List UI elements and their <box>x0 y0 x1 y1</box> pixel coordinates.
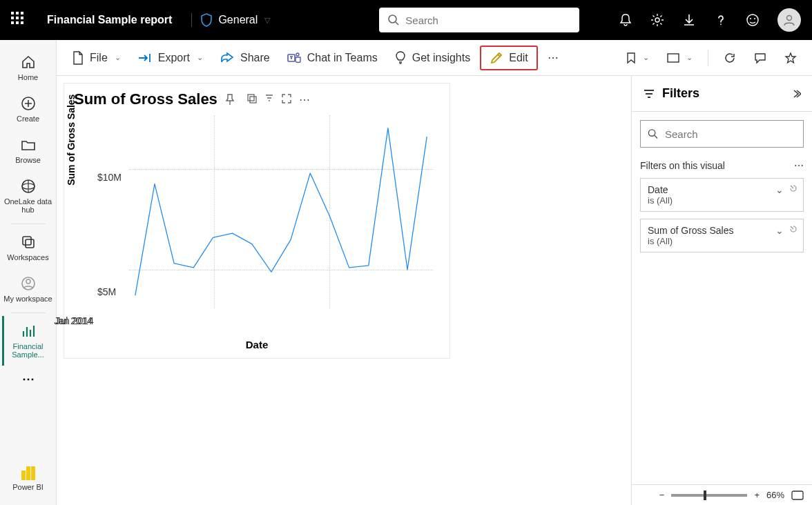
pin-icon[interactable] <box>224 93 235 106</box>
refresh-button[interactable] <box>717 48 743 68</box>
nav-onelake[interactable]: OneLake data hub <box>3 171 53 221</box>
account-avatar[interactable] <box>777 8 801 32</box>
filter-value: is (All) <box>648 236 796 246</box>
nav-create[interactable]: Create <box>3 88 53 130</box>
nav-label: Create <box>17 115 39 123</box>
nav-home[interactable]: Home <box>3 47 53 88</box>
zoom-level: 66% <box>766 490 784 500</box>
refresh-icon <box>724 52 736 64</box>
more-icon[interactable]: ⋯ <box>299 93 310 106</box>
app-launcher-icon[interactable] <box>11 12 28 28</box>
nav-label: Browse <box>15 156 41 164</box>
global-search[interactable] <box>379 8 579 32</box>
plot-area <box>129 115 433 308</box>
svg-rect-18 <box>250 97 256 103</box>
svg-point-15 <box>296 53 299 56</box>
search-icon <box>387 14 400 26</box>
edit-label: Edit <box>509 52 528 64</box>
notifications-icon[interactable] <box>619 13 632 27</box>
download-icon[interactable] <box>682 13 696 27</box>
export-icon <box>137 52 153 64</box>
nav-separator <box>11 313 46 313</box>
svg-point-5 <box>754 18 755 19</box>
chevron-down-icon: ⌄ <box>643 53 649 62</box>
filter-search[interactable] <box>640 120 804 148</box>
toolbar: File ⌄ Export ⌄ Share Chat in Teams Get … <box>57 40 812 76</box>
search-icon <box>648 128 658 139</box>
report-canvas[interactable]: Sum of Gross Sales ⋯ Sum of Gross Sales … <box>57 76 631 505</box>
report-title: Financial Sample report <box>39 14 180 26</box>
view-icon <box>667 53 679 63</box>
nav-label: Workspaces <box>7 253 48 261</box>
myworkspace-icon <box>20 275 37 292</box>
left-nav: Home Create Browse OneLake data hub Work… <box>0 40 57 505</box>
filter-value: is (All) <box>648 195 796 206</box>
nav-current-report[interactable]: Financial Sample... <box>2 316 52 366</box>
nav-myworkspace[interactable]: My workspace <box>3 268 53 310</box>
nav-workspaces[interactable]: Workspaces <box>3 227 53 268</box>
filter-card-gross-sales[interactable]: Sum of Gross Sales is (All) ⌄ <box>640 219 804 253</box>
collapse-icon[interactable] <box>791 89 801 99</box>
nav-label: My workspace <box>3 295 52 303</box>
svg-rect-10 <box>23 237 31 245</box>
share-icon <box>220 52 235 64</box>
svg-rect-11 <box>26 239 34 248</box>
help-icon[interactable] <box>714 13 728 27</box>
zoom-in[interactable]: + <box>754 490 760 500</box>
chevron-down-icon: ▽ <box>264 16 270 25</box>
fit-page-icon[interactable] <box>791 491 804 500</box>
export-menu[interactable]: Export ⌄ <box>130 48 210 68</box>
edit-button[interactable]: Edit <box>480 46 538 70</box>
chat-teams-button[interactable]: Chat in Teams <box>280 47 385 69</box>
zoom-out[interactable]: − <box>659 490 665 500</box>
svg-point-4 <box>750 18 751 19</box>
comment-button[interactable] <box>747 48 773 68</box>
nav-more[interactable]: ⋯ <box>17 366 40 392</box>
filter-icon[interactable] <box>264 93 274 106</box>
star-icon <box>784 52 797 64</box>
view-dropdown[interactable]: ⌄ <box>660 49 699 67</box>
line-series <box>129 115 433 308</box>
settings-icon[interactable] <box>650 13 664 27</box>
svg-point-3 <box>747 14 758 26</box>
pencil-icon <box>490 51 503 65</box>
clear-icon[interactable] <box>789 184 798 195</box>
line-chart-visual[interactable]: Sum of Gross Sales ⋯ Sum of Gross Sales … <box>64 83 450 359</box>
filter-card-date[interactable]: Date is (All) ⌄ <box>640 178 804 212</box>
expand-icon[interactable]: ⌄ <box>775 225 784 236</box>
expand-icon[interactable]: ⌄ <box>775 184 784 195</box>
focus-icon[interactable] <box>281 93 292 106</box>
workspaces-icon <box>20 234 37 250</box>
folder-icon <box>20 137 37 153</box>
file-menu[interactable]: File ⌄ <box>65 46 128 70</box>
visual-header: Sum of Gross Sales ⋯ <box>74 90 440 108</box>
share-label: Share <box>240 52 270 64</box>
home-icon <box>20 54 37 70</box>
nav-browse[interactable]: Browse <box>3 130 53 171</box>
filter-name: Date <box>648 184 796 195</box>
svg-line-20 <box>655 135 657 138</box>
toolbar-right: ⌄ ⌄ <box>619 48 804 68</box>
insights-button[interactable]: Get insights <box>387 46 477 70</box>
clear-icon[interactable] <box>789 225 798 236</box>
filter-search-input[interactable] <box>665 128 796 140</box>
teams-icon <box>287 51 302 65</box>
feedback-icon[interactable] <box>746 13 760 27</box>
report-icon <box>20 323 37 339</box>
bookmark-dropdown[interactable]: ⌄ <box>619 48 656 68</box>
powerbi-icon <box>21 462 35 480</box>
create-icon <box>20 95 37 112</box>
favorite-button[interactable] <box>777 48 804 68</box>
comment-icon <box>754 52 766 64</box>
search-input[interactable] <box>405 14 571 26</box>
canvas-row: Sum of Gross Sales ⋯ Sum of Gross Sales … <box>57 76 812 505</box>
section-more-icon[interactable]: ⋯ <box>794 160 804 171</box>
nav-powerbi[interactable]: Power BI <box>3 455 53 498</box>
zoom-slider[interactable] <box>671 494 747 497</box>
sensitivity-dropdown[interactable]: General ▽ <box>191 13 278 27</box>
copy-icon[interactable] <box>246 93 258 106</box>
nav-label: OneLake data hub <box>3 197 53 214</box>
toolbar-more[interactable]: ⋯ <box>541 47 566 68</box>
share-button[interactable]: Share <box>213 48 277 68</box>
filters-body: Filters on this visual ⋯ Date is (All) ⌄… <box>632 112 812 268</box>
